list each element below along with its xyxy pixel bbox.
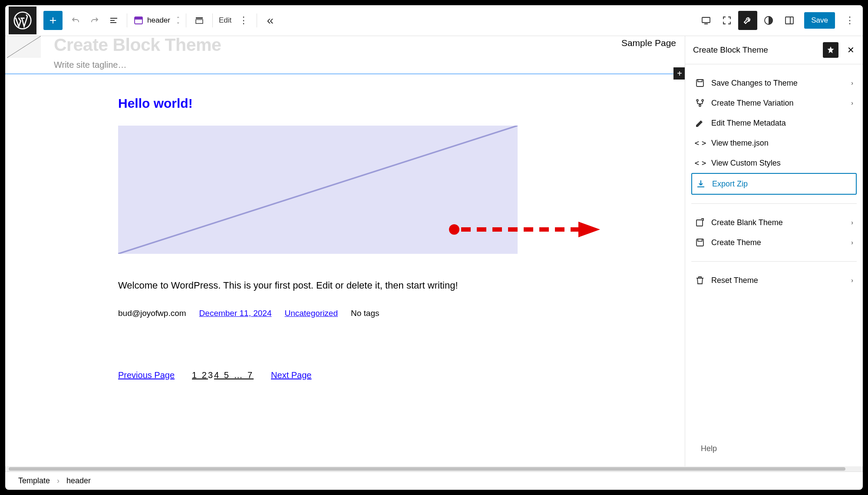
code-icon: < > xyxy=(695,138,705,148)
save-theme-icon xyxy=(695,78,705,88)
blank-theme-icon xyxy=(695,217,705,228)
create-blank-theme-item[interactable]: Create Blank Theme › xyxy=(691,213,857,233)
breadcrumb-root[interactable]: Template xyxy=(18,476,50,485)
edit-options-button[interactable] xyxy=(234,11,253,30)
header-part-icon xyxy=(133,15,144,26)
create-variation-item[interactable]: Create Theme Variation › xyxy=(691,93,857,113)
collapse-toolbar-button[interactable] xyxy=(261,11,280,30)
next-page-link[interactable]: Next Page xyxy=(271,370,311,380)
svg-point-14 xyxy=(702,100,703,101)
breadcrumb-current[interactable]: header xyxy=(66,476,91,485)
tools-button[interactable] xyxy=(738,11,757,30)
template-selector[interactable]: header ⌃⌄ xyxy=(133,15,180,26)
post-body[interactable]: Welcome to WordPress. This is your first… xyxy=(118,280,572,291)
svg-rect-5 xyxy=(702,17,710,23)
header-template-part[interactable]: Create Block Theme Write site tagline… S… xyxy=(5,36,685,74)
list-view-button[interactable] xyxy=(104,11,123,30)
template-label: header xyxy=(147,16,170,25)
chevron-right-icon: › xyxy=(851,219,853,226)
view-theme-json-item[interactable]: < > View theme.json xyxy=(691,133,857,153)
post-author: bud@joyofwp.com xyxy=(118,309,186,318)
post-category-link[interactable]: Uncategorized xyxy=(284,309,338,318)
post-tags: No tags xyxy=(351,309,379,318)
editor-canvas: Create Block Theme Write site tagline… S… xyxy=(5,36,685,466)
svg-rect-3 xyxy=(196,17,203,19)
align-button[interactable] xyxy=(190,11,209,30)
star-icon[interactable] xyxy=(823,42,838,58)
site-title[interactable]: Create Block Theme xyxy=(54,36,621,54)
help-item[interactable]: Help xyxy=(691,440,857,458)
chevron-right-icon: › xyxy=(851,277,853,284)
prev-page-link[interactable]: Previous Page xyxy=(118,370,175,380)
breadcrumb: Template › header xyxy=(5,472,863,490)
horizontal-scrollbar[interactable] xyxy=(5,466,863,472)
svg-point-13 xyxy=(696,100,698,101)
fullscreen-button[interactable] xyxy=(717,11,736,30)
save-changes-item[interactable]: Save Changes to Theme › xyxy=(691,73,857,93)
add-block-inline-button[interactable]: + xyxy=(673,67,685,80)
undo-button[interactable] xyxy=(66,11,85,30)
more-options-button[interactable] xyxy=(840,11,859,30)
svg-rect-4 xyxy=(196,20,203,23)
save-button[interactable]: Save xyxy=(804,12,835,29)
svg-rect-18 xyxy=(698,239,702,241)
post-meta: bud@joyofwp.com December 11, 2024 Uncate… xyxy=(118,309,572,318)
save-theme-icon xyxy=(695,237,705,248)
pencil-icon xyxy=(695,118,705,128)
edit-metadata-item[interactable]: Edit Theme Metadata xyxy=(691,113,857,133)
panel-title: Create Block Theme xyxy=(693,45,818,55)
post-content: Hello world! Welcome to WordPress. This … xyxy=(5,74,685,402)
site-tagline-placeholder[interactable]: Write site tagline… xyxy=(54,60,621,70)
nav-link-sample-page[interactable]: Sample Page xyxy=(621,36,676,48)
redo-button[interactable] xyxy=(85,11,104,30)
code-icon: < > xyxy=(695,158,705,168)
variation-icon xyxy=(695,98,705,108)
featured-image-placeholder[interactable] xyxy=(118,126,518,254)
post-date-link[interactable]: December 11, 2024 xyxy=(199,309,272,318)
chevron-right-icon: › xyxy=(851,80,853,86)
export-zip-item[interactable]: Export Zip xyxy=(691,173,857,195)
styles-button[interactable] xyxy=(759,11,778,30)
create-block-theme-panel: Create Block Theme ✕ Save Changes to The… xyxy=(685,36,863,466)
top-toolbar: header ⌃⌄ Edit xyxy=(5,5,863,36)
post-title[interactable]: Hello world! xyxy=(118,96,572,111)
chevron-right-icon: › xyxy=(851,239,853,246)
chevron-right-icon: › xyxy=(57,476,59,485)
settings-panel-button[interactable] xyxy=(780,11,799,30)
download-icon xyxy=(696,179,706,189)
edit-mode-label[interactable]: Edit xyxy=(219,16,231,25)
close-panel-button[interactable]: ✕ xyxy=(843,42,858,58)
create-theme-item[interactable]: Create Theme › xyxy=(691,233,857,252)
reset-theme-item[interactable]: Reset Theme › xyxy=(691,270,857,290)
trash-icon xyxy=(695,275,705,286)
chevron-right-icon: › xyxy=(851,100,853,106)
page-numbers[interactable]: 1 234 5 … 7 xyxy=(192,370,254,380)
device-preview-button[interactable] xyxy=(696,11,716,30)
svg-rect-2 xyxy=(135,17,142,20)
chevron-up-down-icon: ⌃⌄ xyxy=(176,17,180,24)
pagination: Previous Page 1 234 5 … 7 Next Page xyxy=(118,370,572,380)
add-block-button[interactable] xyxy=(43,11,63,30)
view-custom-styles-item[interactable]: < > View Custom Styles xyxy=(691,153,857,173)
site-logo-placeholder[interactable] xyxy=(7,36,41,58)
svg-rect-16 xyxy=(696,220,703,226)
svg-rect-7 xyxy=(785,17,793,24)
wordpress-logo[interactable] xyxy=(9,7,36,34)
svg-rect-12 xyxy=(698,80,702,82)
svg-point-15 xyxy=(699,105,701,106)
